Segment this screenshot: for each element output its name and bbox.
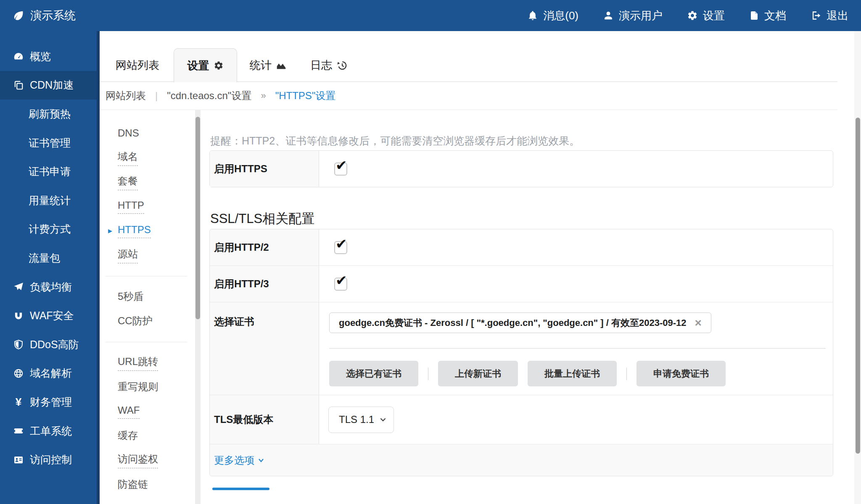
menu-item-hotlink-protect[interactable]: 防盗链 (100, 472, 195, 497)
gauge-icon (13, 51, 24, 62)
sidebar-item-load-balancer[interactable]: 负载均衡 (0, 273, 97, 302)
sign-out-icon (811, 10, 821, 21)
menu-item-label: 源站 (118, 247, 138, 263)
user-icon (603, 10, 614, 21)
sidebar-item-ddos[interactable]: DDoS高防 (0, 330, 97, 359)
sidebar-item-cert-manage[interactable]: 证书管理 (0, 129, 97, 158)
page-scrollbar-thumb[interactable] (856, 118, 860, 454)
menu-item-label: 域名 (118, 150, 138, 166)
area-chart-icon (276, 60, 287, 71)
check-icon: ✔ (335, 273, 347, 287)
shield-icon (13, 339, 24, 350)
row-label: 启用HTTP/3 (210, 266, 319, 302)
select-existing-cert-button[interactable]: 选择已有证书 (329, 361, 418, 386)
request-free-cert-button[interactable]: 申请免费证书 (637, 361, 726, 386)
bell-icon (527, 10, 538, 21)
nav-user-label: 演示用户 (619, 8, 663, 23)
row-label: 启用HTTPS (210, 151, 319, 187)
sidebar-item-tickets[interactable]: 工单系统 (0, 417, 97, 446)
globe-icon (13, 368, 24, 379)
form-row-certificate: 选择证书 goedge.cn免费证书 - Zerossl / [ "*.goed… (210, 302, 833, 395)
close-icon[interactable]: × (695, 317, 702, 329)
menu-item-domain[interactable]: 域名 (100, 146, 195, 170)
id-card-icon (13, 454, 24, 465)
sidebar-item-label: 证书管理 (29, 136, 71, 150)
menu-item-auth[interactable]: 访问鉴权 (100, 448, 195, 472)
nav-settings[interactable]: 设置 (687, 8, 725, 23)
tls-version-select[interactable]: TLS 1.1 (328, 407, 394, 433)
form-row-tls-version: TLS最低版本 TLS 1.1 (210, 395, 833, 444)
breadcrumb-current[interactable]: "HTTPS"设置 (275, 89, 336, 102)
enable-https-checkbox[interactable]: ✔ (334, 163, 347, 176)
nav-messages[interactable]: 消息(0) (527, 8, 578, 23)
sidebar-item-label: 用量统计 (29, 194, 71, 207)
menu-item-http[interactable]: HTTP (100, 194, 195, 219)
nav-user[interactable]: 演示用户 (603, 8, 663, 23)
menu-item-label: 重写规则 (118, 380, 158, 395)
menu-item-https[interactable]: ▶ HTTPS (100, 219, 195, 243)
breadcrumb-site-list[interactable]: 网站列表 (106, 89, 146, 102)
sidebar-item-refresh-preheat[interactable]: 刷新预热 (0, 100, 97, 129)
tab-label: 统计 (250, 58, 272, 73)
sidebar-item-waf[interactable]: WAF安全 (0, 301, 97, 330)
file-icon (749, 10, 759, 21)
menu-item-plan[interactable]: 套餐 (100, 170, 195, 194)
save-button-top-edge[interactable] (212, 488, 269, 490)
sidebar-item-label: WAF安全 (30, 309, 74, 323)
settings-side-menu: DNS 域名 套餐 HTTP ▶ HTTPS 源站 5秒盾 CC防护 URL跳转… (100, 110, 195, 497)
tab-settings[interactable]: 设置 (174, 48, 237, 82)
menu-scrollbar-thumb[interactable] (195, 117, 200, 319)
top-bar: 演示系统 消息(0) 演示用户 设置 文档 退出 (0, 0, 861, 31)
sidebar-item-label: 流量包 (29, 251, 60, 265)
row-label: TLS最低版本 (210, 395, 319, 444)
upload-new-cert-button[interactable]: 上传新证书 (438, 361, 518, 386)
sidebar: 概览 CDN加速 刷新预热 证书管理 证书申请 用量统计 计费方式 流量包 负载… (0, 31, 100, 504)
brand-logo[interactable]: 演示系统 (0, 8, 76, 23)
notice-text: 提醒：HTTP2、证书等信息修改后，可能需要清空浏览器缓存后才能浏览效果。 (210, 134, 580, 148)
batch-upload-cert-button[interactable]: 批量上传证书 (528, 361, 617, 386)
breadcrumb-separator: | (155, 90, 158, 102)
tab-stats[interactable]: 统计 (250, 58, 287, 73)
more-options-link[interactable]: 更多选项 (214, 454, 264, 467)
sidebar-item-finance[interactable]: ¥ 财务管理 (0, 388, 97, 417)
sidebar-item-cdn[interactable]: CDN加速 (0, 71, 97, 100)
sidebar-item-traffic-package[interactable]: 流量包 (0, 244, 97, 273)
gear-icon (214, 60, 224, 71)
tab-website-list[interactable]: 网站列表 (116, 58, 159, 73)
button-divider (428, 368, 428, 380)
history-icon (336, 60, 347, 71)
nav-logout[interactable]: 退出 (811, 8, 848, 23)
sidebar-item-access-control[interactable]: 访问控制 (0, 445, 97, 474)
menu-item-origin[interactable]: 源站 (100, 243, 195, 268)
tab-logs[interactable]: 日志 (310, 58, 347, 73)
sidebar-item-overview[interactable]: 概览 (0, 42, 97, 71)
menu-item-waf[interactable]: WAF (100, 399, 195, 424)
menu-item-rewrite-rules[interactable]: 重写规则 (100, 375, 195, 399)
menu-item-url-redirect[interactable]: URL跳转 (100, 351, 195, 375)
menu-item-cc-protect[interactable]: CC防护 (100, 309, 195, 333)
menu-item-dns[interactable]: DNS (100, 121, 195, 146)
sidebar-item-label: 访问控制 (30, 453, 72, 467)
sidebar-item-dns-resolve[interactable]: 域名解析 (0, 359, 97, 388)
sidebar-item-label: 证书申请 (29, 165, 71, 178)
menu-item-5s-shield[interactable]: 5秒盾 (100, 285, 195, 309)
breadcrumb-site-settings[interactable]: "cdn.teaos.cn"设置 (167, 89, 251, 102)
menu-item-cache[interactable]: 缓存 (100, 424, 195, 448)
sidebar-item-label: 工单系统 (30, 424, 72, 438)
active-caret-icon: ▶ (108, 228, 112, 234)
sidebar-item-usage-stats[interactable]: 用量统计 (0, 186, 97, 215)
enable-http2-checkbox[interactable]: ✔ (334, 241, 347, 254)
form-row-http2: 启用HTTP/2 ✔ (210, 229, 833, 266)
form-row-more-options: 更多选项 (210, 444, 833, 476)
form-row-enable-https: 启用HTTPS ✔ (210, 151, 833, 187)
menu-item-label: 访问鉴权 (118, 452, 158, 468)
menu-item-label: 防盗链 (118, 478, 148, 492)
menu-item-label: CC防护 (118, 314, 153, 329)
nav-docs[interactable]: 文档 (749, 8, 786, 23)
menu-item-label: HTTP (118, 200, 144, 214)
sidebar-item-label: 财务管理 (30, 395, 72, 409)
nav-logout-label: 退出 (827, 8, 848, 23)
enable-http3-checkbox[interactable]: ✔ (334, 278, 347, 291)
sidebar-item-cert-apply[interactable]: 证书申请 (0, 157, 97, 186)
sidebar-item-billing-method[interactable]: 计费方式 (0, 215, 97, 244)
